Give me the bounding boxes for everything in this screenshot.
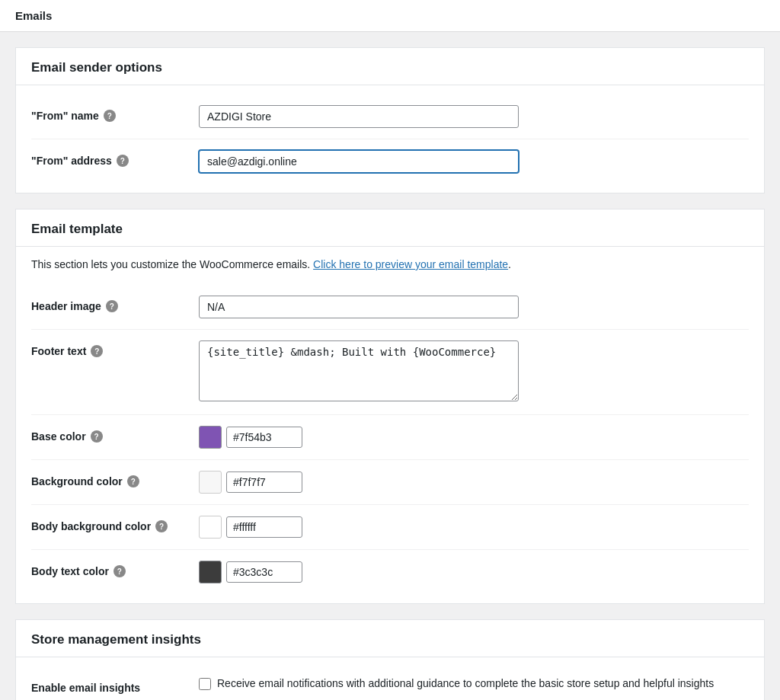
body-bg-color-help-icon[interactable]: ? [155, 520, 168, 532]
page-title: Emails [15, 9, 52, 22]
background-color-swatch[interactable] [199, 471, 222, 494]
email-template-title: Email template [16, 209, 764, 247]
background-color-row-inner [199, 471, 749, 494]
body-text-color-row-inner [199, 561, 749, 583]
body-text-color-label: Body text color ? [31, 561, 199, 577]
enable-insights-checkbox-label[interactable]: Receive email notifications with additio… [199, 677, 749, 690]
base-color-swatch[interactable] [199, 426, 222, 449]
header-image-help-icon[interactable]: ? [106, 300, 118, 312]
body-bg-color-field [199, 516, 749, 539]
enable-insights-checkbox[interactable] [199, 678, 211, 690]
body-text-color-help-icon[interactable]: ? [113, 565, 126, 577]
footer-text-row: Footer text ? {site_title} &mdash; Built… [31, 330, 749, 415]
base-color-row-inner [199, 426, 749, 449]
background-color-label: Background color ? [31, 471, 199, 487]
store-insights-title: Store management insights [16, 620, 764, 657]
email-template-form: Header image ? Footer text ? {site_title… [16, 276, 764, 603]
body-bg-color-label: Body background color ? [31, 516, 199, 532]
header-image-row: Header image ? [31, 285, 749, 330]
store-insights-section: Store management insights Enable email i… [15, 619, 765, 700]
base-color-row: Base color ? [31, 415, 749, 460]
body-bg-color-input[interactable] [226, 516, 302, 538]
base-color-help-icon[interactable]: ? [91, 430, 103, 443]
body-bg-color-swatch[interactable] [199, 516, 222, 539]
base-color-field [199, 426, 749, 449]
email-sender-section: Email sender options "From" name ? "From… [15, 47, 765, 193]
from-name-field [199, 105, 749, 128]
background-color-field [199, 471, 749, 494]
body-bg-color-row: Body background color ? [31, 505, 749, 550]
preview-template-link[interactable]: Click here to preview your email templat… [313, 258, 508, 270]
background-color-help-icon[interactable]: ? [127, 475, 139, 487]
enable-insights-field: Receive email notifications with additio… [199, 677, 749, 690]
footer-text-label: Footer text ? [31, 340, 199, 357]
from-address-row: "From" address ? [31, 139, 749, 184]
from-address-help-icon[interactable]: ? [117, 155, 129, 167]
from-address-field [199, 150, 749, 173]
body-text-color-input[interactable] [226, 561, 302, 583]
background-color-row: Background color ? [31, 460, 749, 505]
from-name-help-icon[interactable]: ? [104, 110, 116, 122]
body-text-color-swatch[interactable] [199, 561, 222, 583]
header-image-label: Header image ? [31, 296, 199, 312]
header-image-input[interactable] [199, 296, 519, 318]
email-sender-title: Email sender options [16, 48, 764, 85]
from-address-label: "From" address ? [31, 150, 199, 167]
base-color-input[interactable] [226, 427, 302, 448]
from-address-input[interactable] [199, 150, 519, 173]
footer-text-field: {site_title} &mdash; Built with {WooComm… [199, 340, 749, 404]
store-insights-form: Enable email insights Receive email noti… [16, 657, 764, 700]
background-color-input[interactable] [226, 471, 302, 493]
email-template-section: Email template This section lets you cus… [15, 209, 765, 604]
enable-insights-row: Enable email insights Receive email noti… [31, 666, 749, 700]
footer-text-input[interactable]: {site_title} &mdash; Built with {WooComm… [199, 340, 519, 401]
body-text-color-row: Body text color ? [31, 550, 749, 594]
from-name-input[interactable] [199, 105, 519, 128]
enable-insights-label: Enable email insights [31, 677, 199, 694]
page-content: Email sender options "From" name ? "From… [0, 32, 780, 700]
page-header: Emails [0, 0, 780, 32]
header-image-field [199, 296, 749, 318]
email-sender-form: "From" name ? "From" address ? [16, 85, 764, 193]
body-text-color-field [199, 561, 749, 583]
email-template-description: This section lets you customize the WooC… [16, 247, 764, 276]
from-name-row: "From" name ? [31, 94, 749, 139]
from-name-label: "From" name ? [31, 105, 199, 122]
body-bg-color-row-inner [199, 516, 749, 539]
base-color-label: Base color ? [31, 426, 199, 443]
footer-text-help-icon[interactable]: ? [91, 345, 103, 357]
